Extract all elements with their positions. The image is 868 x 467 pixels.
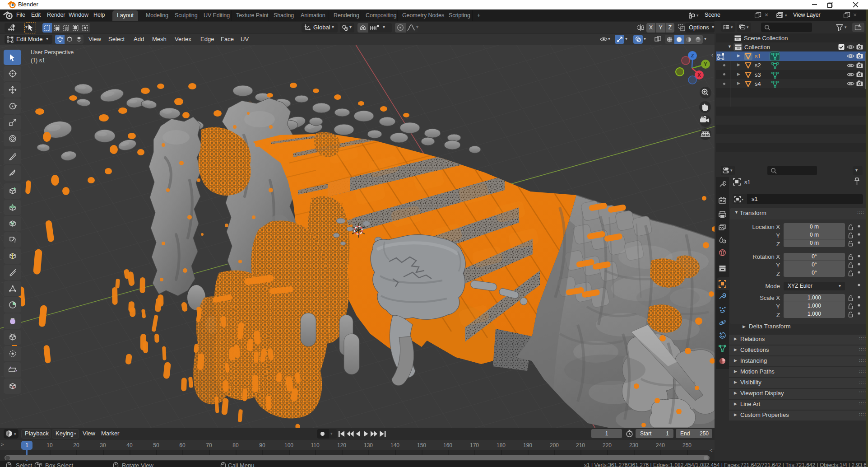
svg-text:‹: ‹ — [711, 52, 713, 58]
svg-text:X: X — [697, 72, 701, 78]
svg-text:(1) s1: (1) s1 — [31, 57, 45, 64]
svg-text:Z: Z — [691, 53, 694, 58]
svg-text:Y: Y — [704, 61, 707, 67]
svg-text:User Perspective: User Perspective — [31, 49, 74, 56]
